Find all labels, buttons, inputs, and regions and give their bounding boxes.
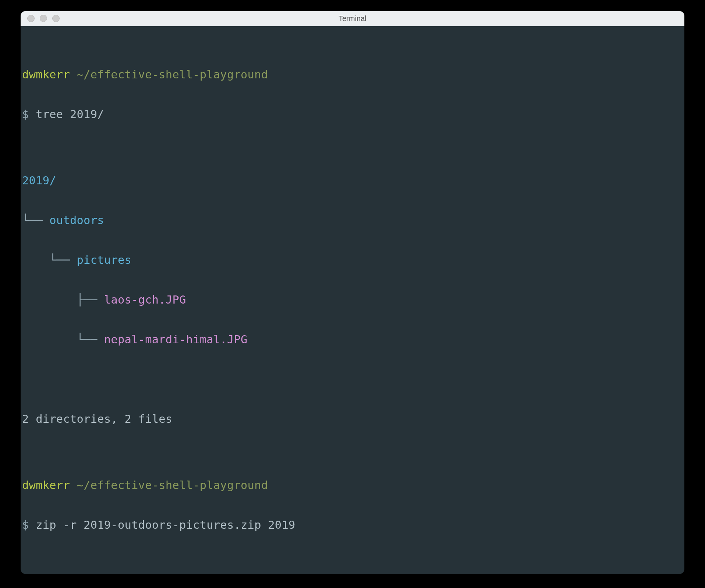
prompt-cwd: ~/effective-shell-playground [77, 68, 268, 81]
terminal-window: Terminal dwmkerr ~/effective-shell-playg… [21, 11, 684, 574]
tree-row: └── outdoors [22, 214, 682, 227]
close-icon[interactable] [27, 15, 35, 22]
cmd-line: $ tree 2019/ [22, 108, 682, 121]
prompt-sigil: $ [22, 108, 29, 121]
zoom-icon[interactable] [52, 15, 60, 22]
traffic-lights [21, 15, 60, 22]
cmd-zip: zip -r 2019-outdoors-pictures.zip 2019 [36, 518, 295, 531]
terminal-body[interactable]: dwmkerr ~/effective-shell-playground $ t… [21, 26, 684, 574]
tree-summary: 2 directories, 2 files [22, 412, 682, 426]
cmd-tree: tree 2019/ [36, 108, 104, 121]
tree-row: └── nepal-mardi-himal.JPG [22, 333, 682, 346]
prompt-user: dwmkerr [22, 68, 70, 81]
tree-row: └── pictures [22, 254, 682, 267]
minimize-icon[interactable] [40, 15, 47, 22]
cmd-line: $ zip -r 2019-outdoors-pictures.zip 2019 [22, 518, 682, 532]
prompt-line: dwmkerr ~/effective-shell-playground [22, 68, 682, 81]
titlebar: Terminal [21, 11, 684, 26]
blank-line [22, 373, 682, 386]
prompt-line: dwmkerr ~/effective-shell-playground [22, 479, 682, 492]
window-title: Terminal [21, 14, 684, 23]
tree-row: ├── laos-gch.JPG [22, 293, 682, 307]
tree-root: 2019/ [22, 174, 682, 187]
